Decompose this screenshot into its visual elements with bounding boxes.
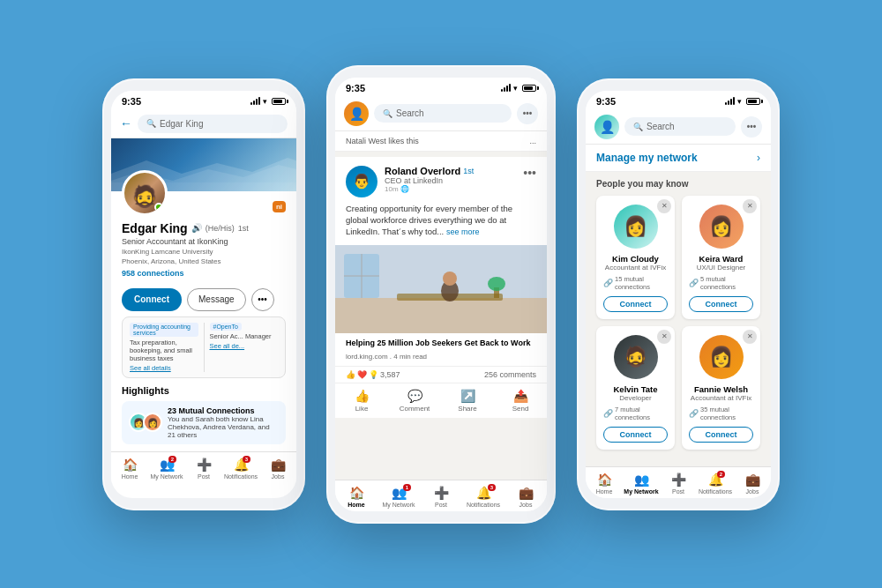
phone3-inner: 9:35 ▾ 👤 🔍 Search — [586, 91, 771, 498]
see-more-link[interactable]: see more — [446, 227, 480, 236]
nav-network-label-1: My Network — [151, 473, 183, 480]
nav-notifications-3[interactable]: 🔔 2 Notifications — [697, 473, 734, 495]
feed-scroll: Natali West likes this ... 👨 Roland Over… — [335, 131, 547, 480]
signal-icon-3 — [725, 97, 735, 105]
nav-jobs-3[interactable]: 💼 Jobs — [734, 473, 771, 495]
connect-button[interactable]: Connect — [122, 288, 182, 311]
nav-jobs-1[interactable]: 💼 Jobs — [259, 458, 296, 480]
comment-action[interactable]: 💬 Comment — [388, 389, 441, 413]
ni-badge: ni — [273, 201, 286, 212]
share-action[interactable]: ↗️ Share — [441, 389, 494, 413]
nav-notifications-label-2: Notifications — [467, 502, 500, 508]
connect-button-0[interactable]: Connect — [603, 296, 668, 312]
more-button-3[interactable]: ••• — [741, 116, 762, 138]
service-tag-2: #OpenTo — [210, 323, 242, 331]
nav-jobs-label-2: Jobs — [519, 502, 533, 508]
send-action[interactable]: 📤 Send — [494, 389, 547, 413]
nav-post-2[interactable]: ➕ Post — [420, 486, 462, 508]
search-placeholder-3: Search — [647, 122, 675, 131]
love-reaction: ❤️ — [357, 370, 367, 379]
profile-name: Edgar King 🔊 (He/His) 1st — [122, 221, 286, 235]
search-bar-2[interactable]: 🔍 Search — [374, 104, 512, 123]
close-card-0[interactable]: ✕ — [657, 199, 671, 213]
bottom-nav-1: 🏠 Home 👥 2 My Network ➕ Post 🔔 3 Notific… — [111, 451, 296, 483]
connect-button-3[interactable]: Connect — [689, 427, 753, 443]
people-grid: ✕ 👩 Kim Cloudy Accountant at IVFix 🔗 15 … — [596, 196, 760, 450]
mutual-count-1: 5 mutual connections — [700, 275, 753, 291]
search-bar-3[interactable]: 🔍 Search — [624, 117, 736, 136]
message-button[interactable]: Message — [187, 288, 246, 311]
status-time-1: 9:35 — [122, 96, 141, 107]
person-card-3: ✕ 👩 Fannie Welsh Accountant at IVFix 🔗 3… — [682, 326, 760, 450]
person-name-3: Fannie Welsh — [694, 384, 748, 394]
post-icon-2: ➕ — [434, 486, 449, 500]
person-avatar-1: 👩 — [699, 205, 744, 249]
nav-post-3[interactable]: ➕ Post — [660, 473, 697, 495]
close-card-3[interactable]: ✕ — [743, 330, 757, 344]
home-icon-1: 🏠 — [123, 458, 138, 472]
post-more-button[interactable]: ••• — [523, 166, 536, 180]
bottom-nav-3: 🏠 Home 👥 My Network ➕ Post 🔔 2 Notificat… — [586, 466, 771, 498]
post-time: 10m 🌐 — [385, 185, 516, 193]
profile-avatar: 🧔 — [122, 170, 168, 216]
nav-notifications-2[interactable]: 🔔 3 Notifications — [462, 486, 505, 508]
person-job-title-2: Developer — [619, 394, 651, 402]
svg-rect-4 — [335, 298, 547, 333]
back-button-1[interactable]: ← — [120, 116, 132, 130]
profile-info: Edgar King 🔊 (He/His) 1st Senior Account… — [111, 221, 296, 283]
person-name-2: Kelvin Tate — [614, 384, 658, 394]
post-icon-1: ➕ — [197, 458, 212, 472]
nav-post-1[interactable]: ➕ Post — [185, 458, 222, 480]
mutual-connections-card[interactable]: 👩 👩 23 Mutual Connections You and Sarah … — [122, 401, 286, 444]
see-all-link-2[interactable]: See all de... — [210, 342, 279, 350]
nav-notifications-1[interactable]: 🔔 3 Notifications — [222, 458, 259, 480]
comment-action-label: Comment — [400, 405, 430, 413]
connections-count[interactable]: 958 connections — [122, 269, 286, 278]
nav-home-1[interactable]: 🏠 Home — [111, 458, 148, 480]
manage-network-title: Manage my network — [596, 152, 698, 164]
author-name-text: Roland Overlord — [385, 166, 460, 176]
notifications-badge-1: 3 — [243, 456, 250, 463]
nav-network-3[interactable]: 👥 My Network — [623, 473, 660, 495]
phone2-inner: 9:35 ▾ 👤 🔍 Search — [335, 78, 547, 511]
phone-network: 9:35 ▾ 👤 🔍 Search — [577, 78, 780, 510]
signal-icon-1 — [250, 97, 260, 105]
close-card-2[interactable]: ✕ — [657, 330, 671, 344]
phone1-inner: 9:35 ▾ ← 🔍 Edgar King — [111, 91, 296, 498]
mutual-connections-title: 23 Mutual Connections — [168, 406, 279, 415]
search-placeholder-2: Search — [396, 108, 424, 118]
bottom-nav-2: 🏠 Home 👥 1 My Network ➕ Post 🔔 3 Notific… — [335, 480, 547, 511]
nav-home-2[interactable]: 🏠 Home — [335, 486, 377, 508]
phone-feed: 9:35 ▾ 👤 🔍 Search — [326, 65, 556, 524]
connect-button-1[interactable]: Connect — [689, 296, 753, 312]
nav-bar-2: 👤 🔍 Search ••• — [335, 97, 547, 131]
person-job-title-1: UX/UI Designer — [697, 264, 746, 272]
profile-degree: 1st — [238, 224, 249, 233]
search-bar-1[interactable]: 🔍 Edgar King — [138, 115, 288, 133]
nav-network-2[interactable]: 👥 1 My Network — [377, 486, 420, 508]
connect-button-2[interactable]: Connect — [603, 427, 668, 443]
share-action-label: Share — [458, 405, 476, 413]
post-author-name: Roland Overlord 1st — [385, 166, 516, 176]
services-section: Providing accounting services Tax prepar… — [122, 316, 286, 378]
like-action[interactable]: 👍 Like — [335, 389, 388, 413]
people-section: People you may know ✕ 👩 Kim Cloudy Accou… — [586, 172, 771, 466]
post-image-caption: Helping 25 Million Job Seekers Get Back … — [335, 333, 547, 353]
see-all-link-1[interactable]: See all details — [130, 364, 198, 372]
nav-network-1[interactable]: 👥 2 My Network — [148, 458, 185, 480]
nav-bar-1: ← 🔍 Edgar King — [111, 110, 296, 138]
close-card-1[interactable]: ✕ — [743, 199, 757, 213]
more-button-2[interactable]: ••• — [517, 103, 538, 124]
nav-home-3[interactable]: 🏠 Home — [586, 473, 623, 495]
post-actions: 👍 Like 💬 Comment ↗️ Share 📤 — [335, 383, 547, 418]
person-card-0: ✕ 👩 Kim Cloudy Accountant at IVFix 🔗 15 … — [596, 196, 675, 319]
person-card-2: ✕ 🧔 Kelvin Tate Developer 🔗 7 mutual con… — [596, 326, 675, 450]
manage-network-bar[interactable]: Manage my network › — [586, 145, 771, 172]
post-author-info: Roland Overlord 1st CEO at LinkedIn 10m … — [385, 166, 516, 193]
like-reaction: 👍 — [346, 370, 355, 379]
search-icon-3: 🔍 — [633, 123, 643, 131]
likes-more[interactable]: ... — [529, 137, 536, 145]
nav-jobs-2[interactable]: 💼 Jobs — [505, 486, 547, 508]
mutual-info-0: 🔗 15 mutual connections — [603, 275, 668, 291]
more-options-button[interactable]: ••• — [251, 288, 274, 311]
